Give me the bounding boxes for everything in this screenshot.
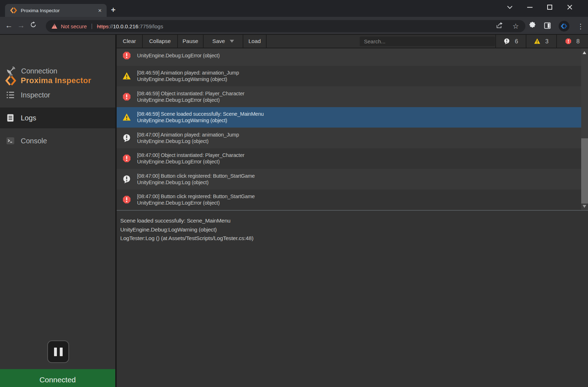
new-tab-button[interactable]: +: [111, 6, 116, 14]
browser-tabstrip: Proxima Inspector × +: [0, 0, 588, 17]
info-icon: [122, 175, 131, 183]
proxima-extension-icon[interactable]: [559, 21, 569, 32]
log-message: [08:47:00] Button click registered: Butt…: [137, 193, 255, 200]
tab-title: Proxima Inspector: [21, 8, 97, 13]
scroll-up-arrow-icon[interactable]: [583, 51, 586, 54]
not-secure-warning-icon: [52, 24, 57, 29]
log-list-scrollbar[interactable]: [581, 48, 588, 210]
log-entry[interactable]: [08:46:59] Animation played: animation_J…: [117, 66, 581, 87]
forward-icon[interactable]: →: [15, 21, 27, 30]
sidebar-item-label: Connection: [21, 67, 57, 75]
reload-icon[interactable]: [27, 21, 39, 30]
sidebar-item-label: Inspector: [21, 91, 50, 99]
log-message: [08:47:00] Button click registered: Butt…: [137, 173, 255, 179]
log-message: [08:46:59] Object instantiated: Player_C…: [137, 90, 244, 97]
info-bubble-icon: [504, 38, 510, 44]
log-source: UnityEngine.Debug:Log (object): [137, 179, 255, 186]
bookmark-star-icon[interactable]: ☆: [512, 22, 519, 30]
sidebar: Proxima Inspector Connection Inspector: [0, 35, 115, 387]
detail-line: LogTester:Log () (at Assets/TestScripts/…: [120, 234, 588, 243]
window-minimize-button[interactable]: [526, 3, 534, 11]
proxima-favicon: [10, 7, 17, 14]
info-icon: [122, 134, 131, 142]
error-count-filter[interactable]: 8: [556, 35, 588, 48]
satellite-dish-icon: [6, 66, 15, 76]
log-entry[interactable]: UnityEngine.Debug:LogError (object): [117, 48, 581, 66]
window-close-button[interactable]: [566, 3, 574, 11]
log-list: UnityEngine.Debug:LogError (object) [08:…: [117, 48, 581, 210]
back-icon[interactable]: ←: [3, 21, 15, 30]
terminal-icon: [6, 136, 15, 145]
log-entry[interactable]: [08:47:00] Animation played: animation_J…: [117, 128, 581, 148]
detail-line: UnityEngine.Debug:LogWarning (object): [120, 225, 588, 234]
extensions-puzzle-icon[interactable]: [529, 22, 536, 30]
log-message: [08:47:00] Animation played: animation_J…: [137, 132, 239, 138]
list-icon: [6, 90, 15, 100]
connection-status-badge: Connected: [0, 369, 115, 387]
side-panel-icon[interactable]: [544, 22, 551, 30]
url-path: :7759/logs: [139, 23, 163, 29]
warning-icon: [122, 113, 131, 121]
collapse-button[interactable]: Collapse: [143, 35, 178, 48]
log-entry[interactable]: [08:47:00] Object instantiated: Player_C…: [117, 148, 581, 169]
log-entry-selected[interactable]: [08:46:59] Scene loaded successfully: Sc…: [117, 107, 581, 128]
url-separator: ://: [108, 23, 113, 29]
sidebar-item-label: Logs: [21, 114, 36, 122]
log-message: [08:46:59] Animation played: animation_J…: [137, 70, 239, 76]
browser-menu-kebab-icon[interactable]: ⋮: [577, 22, 584, 30]
log-entry[interactable]: [08:46:59] Object instantiated: Player_C…: [117, 86, 581, 107]
sidebar-item-connection[interactable]: Connection: [0, 61, 115, 81]
pause-stream-button[interactable]: [47, 340, 69, 363]
log-source: UnityEngine.Debug:LogError (object): [137, 52, 220, 59]
error-icon: [122, 195, 131, 204]
sidebar-item-label: Console: [21, 137, 47, 145]
search-input[interactable]: [360, 37, 495, 46]
load-button[interactable]: Load: [243, 35, 267, 48]
info-count-filter[interactable]: 6: [495, 35, 526, 48]
sidebar-item-inspector[interactable]: Inspector: [0, 85, 115, 105]
detail-line: Scene loaded successfully: Scene_MainMen…: [120, 216, 588, 225]
log-source: UnityEngine.Debug:Log (object): [137, 138, 239, 144]
window-maximize-button[interactable]: [546, 3, 554, 11]
browser-tab[interactable]: Proxima Inspector ×: [5, 4, 107, 17]
warning-count-filter[interactable]: 3: [526, 35, 556, 48]
sidebar-item-console[interactable]: Console: [0, 130, 115, 151]
warning-triangle-icon: [534, 38, 540, 44]
not-secure-label[interactable]: Not secure: [61, 23, 87, 29]
tab-search-chevron-icon[interactable]: [506, 3, 514, 11]
address-bar[interactable]: Not secure | https://10.0.0.216:7759/log…: [46, 20, 525, 32]
error-icon: [122, 51, 131, 60]
log-message: [08:46:59] Scene loaded successfully: Sc…: [137, 111, 264, 117]
logs-toolbar: Clear Collapse Pause Save Load 6 3 8: [117, 35, 588, 48]
log-source: UnityEngine.Debug:LogError (object): [137, 97, 244, 103]
error-icon: [122, 154, 131, 163]
share-icon[interactable]: [496, 22, 503, 30]
log-message: [08:47:00] Object instantiated: Player_C…: [137, 152, 244, 158]
pause-button[interactable]: Pause: [178, 35, 204, 48]
log-source: UnityEngine.Debug:LogError (object): [137, 158, 244, 165]
address-divider: |: [91, 23, 93, 29]
url-scheme: https: [97, 23, 109, 29]
log-source: UnityEngine.Debug:LogError (object): [137, 200, 255, 206]
log-source: UnityEngine.Debug:LogWarning (object): [137, 117, 264, 124]
scroll-down-arrow-icon[interactable]: [583, 205, 586, 208]
scrollbar-thumb[interactable]: [581, 138, 588, 204]
warning-icon: [122, 72, 131, 80]
error-octagon-icon: [565, 38, 572, 44]
url-host: 10.0.0.216: [113, 23, 139, 29]
info-count: 6: [515, 38, 518, 45]
sidebar-item-logs[interactable]: Logs: [0, 108, 115, 128]
log-entry[interactable]: [08:47:00] Button click registered: Butt…: [117, 169, 581, 190]
clear-button[interactable]: Clear: [117, 35, 143, 48]
save-dropdown-caret-icon[interactable]: [230, 40, 234, 43]
log-source: UnityEngine.Debug:LogWarning (object): [137, 76, 239, 82]
log-entry[interactable]: [08:47:00] Button click registered: Butt…: [117, 190, 581, 210]
error-icon: [122, 92, 131, 101]
log-detail-panel: Scene loaded successfully: Scene_MainMen…: [117, 211, 588, 387]
pause-icon: [54, 348, 57, 356]
document-icon: [6, 113, 15, 123]
tab-close-icon[interactable]: ×: [97, 7, 103, 14]
warning-count: 3: [545, 38, 548, 45]
error-count: 8: [576, 38, 579, 45]
save-button[interactable]: Save: [204, 35, 243, 48]
